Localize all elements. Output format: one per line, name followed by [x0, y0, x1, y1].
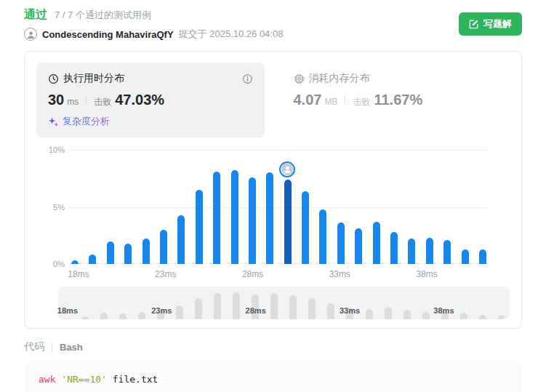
user-runtime-marker-avatar	[279, 161, 295, 177]
runtime-bar-27ms[interactable]	[231, 170, 238, 264]
runtime-unit: ms	[67, 97, 79, 107]
x-tick-label: 23ms	[155, 269, 176, 279]
minimap-bar-41ms[interactable]	[498, 315, 505, 319]
submission-header: 通过 7 / 7 个通过的测试用例 Condescending Mahavira…	[24, 7, 522, 41]
minimap-bar-18ms[interactable]	[63, 319, 70, 319]
memory-value: 4.07	[294, 92, 322, 108]
divider	[86, 95, 87, 105]
x-tick-label: 18ms	[68, 269, 89, 279]
minimap-bar-25ms[interactable]	[195, 298, 202, 319]
code-language-label: Bash	[60, 342, 83, 353]
complexity-analysis-link[interactable]: 复杂度分析	[48, 115, 253, 128]
runtime-bar-24ms[interactable]	[177, 215, 185, 265]
minimap-bar-36ms[interactable]	[404, 310, 411, 319]
runtime-bar-40ms[interactable]	[462, 249, 469, 264]
code-token-keyword: awk	[39, 374, 55, 385]
y-axis-tick: 10%	[49, 145, 65, 154]
runtime-bar-22ms[interactable]	[142, 239, 150, 264]
runtime-bar-32ms[interactable]	[319, 209, 326, 264]
memory-beats-label: 击败	[353, 96, 370, 108]
minimap-bar-21ms[interactable]	[119, 313, 127, 319]
runtime-bar-20ms[interactable]	[107, 241, 114, 264]
testcases-passed: 7 / 7 个通过的测试用例	[55, 9, 151, 22]
runtime-bar-39ms[interactable]	[443, 240, 451, 264]
runtime-bar-34ms[interactable]	[355, 228, 362, 264]
write-solution-label: 写题解	[483, 17, 512, 31]
y-axis-tick: 5%	[53, 203, 65, 212]
x-tick-label: 33ms	[329, 269, 350, 279]
submitted-time: 提交于 2025.10.26 04:08	[179, 28, 284, 41]
sparkle-icon	[48, 116, 59, 127]
minimap-bar-40ms[interactable]	[479, 315, 486, 319]
x-tick-label: 33ms	[340, 306, 360, 315]
minimap-bar-27ms[interactable]	[233, 292, 240, 319]
minimap-bar-31ms[interactable]	[308, 298, 316, 319]
divider	[52, 343, 52, 352]
runtime-bar-35ms[interactable]	[373, 222, 380, 264]
minimap-bar-24ms[interactable]	[176, 305, 183, 319]
minimap-bar-22ms[interactable]	[138, 312, 145, 319]
runtime-bar-29ms[interactable]	[266, 172, 273, 264]
minimap-bar-34ms[interactable]	[366, 309, 373, 319]
minimap-bar-20ms[interactable]	[100, 313, 108, 319]
y-axis-tick: 0%	[53, 260, 65, 268]
runtime-bar-37ms[interactable]	[408, 239, 415, 264]
memory-beats-percent: 11.67%	[374, 92, 422, 108]
runtime-bar-33ms[interactable]	[337, 223, 345, 264]
chip-icon	[294, 73, 305, 84]
x-tick-label: 28ms	[246, 306, 266, 315]
minimap-bar-39ms[interactable]	[460, 313, 467, 319]
minimap-bar-26ms[interactable]	[214, 293, 221, 319]
x-tick-label: 38ms	[416, 269, 437, 279]
result-card: 执行用时分布 30 ms 击败 47.03% 复杂度分析	[24, 51, 522, 329]
chart-range-brush[interactable]: 18ms23ms28ms33ms38ms	[58, 287, 510, 319]
info-icon[interactable]	[242, 73, 253, 84]
minimap-bar-35ms[interactable]	[385, 307, 392, 319]
runtime-bar-25ms[interactable]	[196, 190, 203, 264]
runtime-panel-tab[interactable]: 执行用时分布 30 ms 击败 47.03% 复杂度分析	[36, 63, 265, 137]
status-accepted: 通过	[24, 7, 47, 23]
code-section-label: 代码	[24, 340, 44, 353]
divider	[345, 95, 345, 105]
memory-panel-tab[interactable]: 消耗内存分布 4.07 MB 击败 11.67%	[282, 63, 510, 137]
runtime-beats-label: 击败	[94, 96, 111, 108]
minimap-bar-29ms[interactable]	[270, 293, 278, 319]
memory-panel-title: 消耗内存分布	[309, 72, 370, 85]
runtime-bar-21ms[interactable]	[124, 244, 132, 264]
runtime-bar-19ms[interactable]	[89, 255, 96, 264]
minimap-bar-19ms[interactable]	[81, 316, 89, 319]
user-avatar	[24, 28, 37, 41]
runtime-bar-31ms[interactable]	[302, 191, 309, 264]
runtime-value: 30	[48, 92, 64, 108]
memory-unit: MB	[324, 97, 337, 107]
x-tick-label: 38ms	[433, 306, 454, 315]
x-tick-label: 18ms	[57, 306, 78, 315]
minimap-bar-32ms[interactable]	[327, 303, 334, 319]
username-link[interactable]: Condescending MahaviraQfY	[42, 29, 174, 40]
code-token-string: 'NR==10'	[61, 374, 107, 385]
complexity-analysis-label: 复杂度分析	[63, 115, 110, 128]
runtime-bar-28ms[interactable]	[249, 177, 256, 264]
runtime-beats-percent: 47.03%	[115, 92, 164, 108]
code-section-header: 代码 Bash	[24, 340, 522, 353]
code-token-argument: file.txt	[113, 374, 158, 385]
runtime-bar-41ms[interactable]	[479, 249, 486, 264]
runtime-bar-23ms[interactable]	[160, 230, 167, 264]
runtime-bar-38ms[interactable]	[426, 238, 433, 264]
runtime-distribution-chart: 10% 5% 0% 18ms23ms28ms33ms38ms	[36, 150, 510, 280]
runtime-bar-36ms[interactable]	[390, 232, 398, 264]
clock-icon	[48, 73, 59, 84]
code-block: awk 'NR==10' file.txt	[24, 361, 522, 392]
minimap-bar-30ms[interactable]	[289, 295, 297, 319]
runtime-bar-30ms[interactable]	[284, 180, 292, 264]
edit-icon	[469, 19, 479, 29]
minimap-bar-37ms[interactable]	[422, 312, 430, 319]
runtime-bar-26ms[interactable]	[213, 172, 220, 264]
runtime-panel-title: 执行用时分布	[63, 72, 124, 85]
x-tick-label: 23ms	[151, 306, 172, 315]
x-tick-label: 28ms	[242, 269, 263, 279]
write-solution-button[interactable]: 写题解	[459, 12, 522, 36]
